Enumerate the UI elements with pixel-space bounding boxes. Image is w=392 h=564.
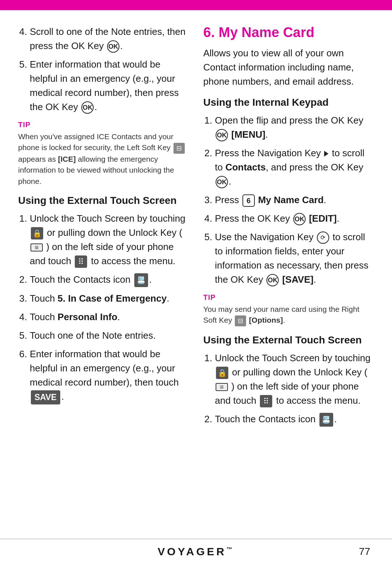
edit-label: [EDIT]	[309, 213, 337, 224]
lock-icon-right	[216, 367, 228, 379]
ext-step5a: Enter information that would be helpful …	[30, 349, 179, 388]
list-item: Press the Navigation Key to scroll to Co…	[215, 146, 374, 189]
ok-key-icon: OK	[216, 176, 228, 188]
list-item: Use the Navigation Key ⟳ to scroll to in…	[215, 230, 374, 287]
list-item: Press the OK Key OK [EDIT].	[215, 212, 374, 226]
list-item: Unlock the Touch Screen by touching or p…	[215, 351, 374, 408]
ok-key-icon: OK	[266, 274, 279, 286]
internal-keypad-heading: Using the Internal Keypad	[203, 97, 374, 108]
tip-label-right: TIP	[203, 293, 374, 302]
ext-step3-prefix: Touch	[30, 293, 58, 304]
nav-key-icon	[324, 151, 328, 157]
ext-step1b: or pulling down the Unlock Key (	[47, 227, 182, 238]
top-bar	[0, 0, 392, 10]
tip-content: When you've assigned ICE Contacts and yo…	[18, 131, 189, 187]
num6-icon: 6	[242, 194, 255, 207]
list-item: Enter information that would be helpful …	[30, 347, 189, 404]
grid-icon-right	[260, 395, 272, 407]
menu-label: [MENU]	[231, 129, 265, 140]
section-title-main: 6. My Name Card	[203, 25, 374, 40]
brand-name: VOYAGER™	[158, 545, 234, 558]
lock-icon	[31, 227, 43, 239]
unlock-key-icon-right	[216, 383, 228, 391]
ext-step3b-prefix: Touch	[30, 311, 58, 322]
grid-icon	[75, 255, 87, 268]
myname-bold: My Name Card	[258, 194, 324, 205]
ext-step4: Touch one of the Note entries.	[30, 330, 156, 341]
page-content: Scroll to one of the Note entries, then …	[0, 10, 392, 539]
int-step3: Press	[215, 194, 239, 205]
nav-circle-icon: ⟳	[317, 231, 329, 244]
ok-key-icon: OK	[293, 213, 306, 225]
list-item: Open the flip and press the OK Key OK [M…	[215, 113, 374, 142]
ext-step3-bold: 5. In Case of Emergency	[58, 293, 167, 304]
right-column: 6. My Name Card Allows you to view all o…	[203, 25, 374, 524]
footer: VOYAGER™ 77	[0, 539, 392, 564]
ext-r-step2: Touch the Contacts icon	[215, 414, 316, 424]
list-item: Touch the Contacts icon .	[215, 412, 374, 427]
int-step4: Press the OK Key	[215, 213, 290, 224]
save-badge: SAVE	[31, 390, 60, 404]
tip-content-right: You may send your name card using the Ri…	[203, 304, 374, 326]
softkey-icon-right: ⊟	[235, 315, 246, 326]
trademark: ™	[226, 546, 234, 552]
list-item: Touch one of the Note entries.	[30, 329, 189, 343]
list-item: Scroll to one of the Note entries, then …	[30, 25, 189, 53]
left-column: Scroll to one of the Note entries, then …	[18, 25, 189, 524]
int-step1: Open the flip and press the OK Key	[215, 115, 363, 126]
contacts-bold: Contacts	[225, 162, 266, 173]
ext-r-step1b: or pulling down the Unlock Key (	[232, 367, 367, 378]
options-label: [Options]	[249, 316, 283, 324]
ext-r-step1a: Unlock the Touch Screen by touching	[215, 352, 371, 363]
list-item: Touch the Contacts icon .	[30, 273, 189, 287]
ok-key-icon: OK	[81, 101, 94, 114]
list-item: Touch Personal Info.	[30, 310, 189, 324]
list-item: Enter information that would be helpful …	[30, 57, 189, 114]
tip-text1: When you've assigned ICE Contacts and yo…	[18, 132, 173, 152]
ext-step1d: to access the menu.	[91, 255, 176, 266]
ext-step1a: Unlock the Touch Screen by touching	[30, 213, 185, 224]
ext-step2: Touch the Contacts icon	[30, 274, 131, 285]
int-step2a: Press the Navigation Key	[215, 148, 321, 158]
list-item: Touch 5. In Case of Emergency.	[30, 291, 189, 306]
list-item: Press 6 My Name Card.	[215, 193, 374, 207]
ok-key-icon: OK	[216, 129, 228, 141]
int-step2c: , and press the OK Key	[266, 162, 363, 173]
contacts-icon	[134, 273, 148, 287]
unlock-key-icon	[30, 243, 43, 251]
ext-r-step1d: to access the menu.	[276, 395, 361, 406]
page-number: 77	[359, 546, 370, 557]
tip-text2: appears as	[18, 155, 58, 163]
tip-label: TIP	[18, 121, 189, 129]
brand-text: VOYAGER	[158, 545, 226, 557]
save-label: [SAVE]	[282, 274, 313, 285]
ok-key-icon: OK	[107, 40, 119, 53]
ext-touch-heading-right: Using the External Touch Screen	[203, 334, 374, 346]
contacts-icon-right	[319, 413, 333, 427]
ice-bold: [ICE]	[58, 155, 76, 163]
int-step5a: Use the Navigation Key	[215, 231, 314, 242]
ext-touch-heading: Using the External Touch Screen	[18, 195, 189, 206]
softkey-icon: ⊟	[173, 143, 185, 154]
step5-text: Enter information that would be helpful …	[30, 59, 179, 112]
intro-text: Allows you to view all of your own Conta…	[203, 46, 374, 89]
ext-step3b-bold: Personal Info	[58, 311, 118, 322]
list-item: Unlock the Touch Screen by touching or p…	[30, 212, 189, 268]
